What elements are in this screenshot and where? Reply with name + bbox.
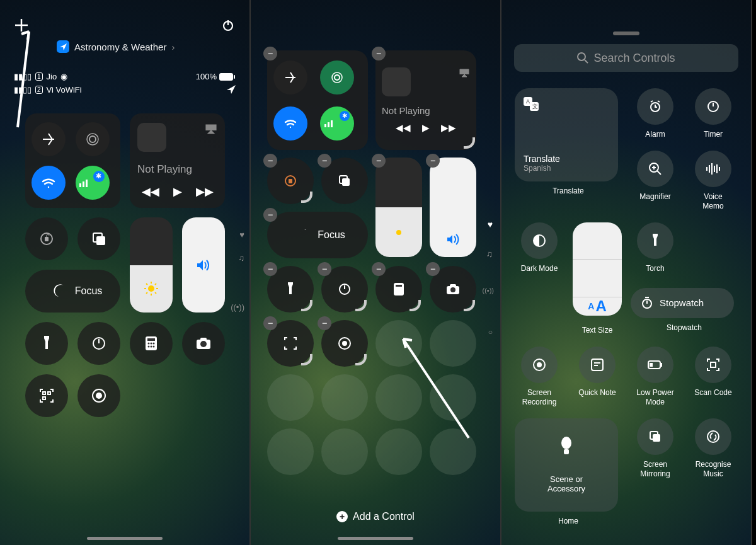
remove-icon[interactable]: −: [426, 154, 440, 168]
resize-handle[interactable]: [355, 300, 367, 311]
media-status-label: Not Playing: [137, 163, 192, 176]
airplane-toggle[interactable]: [273, 60, 307, 95]
remove-icon[interactable]: −: [263, 154, 277, 168]
brightness-slider[interactable]: −: [375, 158, 422, 257]
play-icon[interactable]: ▶: [173, 185, 182, 198]
add-control-button[interactable]: + Add a Control: [251, 511, 500, 522]
alarm-control[interactable]: Alarm: [631, 88, 680, 139]
stopwatch-widget[interactable]: Stopwatch Stopwatch: [631, 288, 738, 336]
voice-memo-control[interactable]: Voice Memo: [689, 151, 738, 211]
resize-handle[interactable]: [464, 300, 475, 311]
torch-control[interactable]: Torch: [631, 222, 680, 277]
wifi-toggle[interactable]: [273, 106, 307, 141]
prev-icon[interactable]: ◀◀: [396, 122, 411, 134]
rotation-lock-toggle[interactable]: [25, 217, 68, 260]
power-icon[interactable]: [220, 18, 236, 33]
svg-point-41: [335, 75, 340, 80]
svg-point-42: [332, 72, 342, 83]
calculator-button[interactable]: [130, 322, 173, 365]
play-icon[interactable]: ▶: [422, 122, 430, 134]
search-input[interactable]: Search Controls: [514, 44, 738, 72]
quick-note-control[interactable]: Quick Note: [573, 347, 622, 407]
location-icon: [57, 40, 69, 53]
remove-icon[interactable]: −: [263, 47, 277, 60]
screen-mirror-toggle[interactable]: −: [321, 158, 368, 204]
screen-record-button[interactable]: −: [321, 320, 368, 367]
focus-button[interactable]: Focus: [25, 270, 120, 313]
translate-title: Translate: [524, 154, 609, 164]
translate-widget[interactable]: A文 Translate Spanish Translate: [515, 88, 622, 211]
svg-text:A: A: [526, 98, 530, 105]
dark-mode-control[interactable]: Dark Mode: [515, 222, 564, 277]
empty-slot[interactable]: [267, 428, 314, 475]
screen-recording-control[interactable]: Screen Recording: [515, 347, 564, 407]
empty-slot[interactable]: [321, 374, 368, 421]
sheet-drag-handle[interactable]: [613, 32, 639, 35]
cellular-bluetooth-toggle[interactable]: ✱: [320, 106, 354, 141]
media-tile[interactable]: Not Playing ◀◀ ▶ ▶▶: [130, 113, 225, 208]
remove-icon[interactable]: −: [318, 154, 331, 168]
volume-slider[interactable]: −: [430, 158, 476, 257]
timer-button[interactable]: [77, 322, 120, 365]
empty-slot[interactable]: [267, 374, 314, 421]
screen-mirror-toggle[interactable]: [77, 217, 120, 260]
cellular-bluetooth-toggle[interactable]: ✱: [76, 166, 110, 200]
timer-button[interactable]: −: [321, 266, 368, 313]
torch-button[interactable]: −: [267, 266, 314, 313]
home-indicator[interactable]: [87, 537, 163, 540]
airplane-toggle[interactable]: [32, 122, 66, 156]
svg-rect-94: [653, 434, 660, 442]
airplay-icon[interactable]: [459, 67, 470, 80]
resize-handle[interactable]: [464, 137, 475, 149]
resize-handle[interactable]: [410, 300, 421, 311]
remove-icon[interactable]: −: [372, 47, 386, 60]
text-size-control[interactable]: AAAA Text Size: [573, 222, 622, 335]
low-power-control[interactable]: Low Power Mode: [631, 347, 680, 407]
timer-control[interactable]: Timer: [689, 88, 738, 139]
qr-scan-button[interactable]: −: [267, 320, 314, 367]
recognise-music-control[interactable]: Recognise Music: [689, 418, 738, 479]
wifi-toggle[interactable]: [32, 166, 66, 200]
media-tile[interactable]: − Not Playing ◀◀▶▶▶: [375, 50, 476, 150]
screen-record-button[interactable]: [77, 374, 120, 417]
remove-icon[interactable]: −: [318, 262, 331, 276]
magnifier-control[interactable]: Magnifier: [631, 151, 680, 211]
remove-icon[interactable]: −: [372, 262, 386, 276]
airdrop-toggle[interactable]: [320, 60, 354, 95]
volume-slider[interactable]: [182, 217, 225, 313]
screen-mirroring-control[interactable]: Screen Mirroring: [631, 418, 680, 479]
resize-handle[interactable]: [301, 354, 312, 365]
torch-button[interactable]: [25, 322, 68, 365]
remove-icon[interactable]: −: [318, 316, 331, 330]
brightness-slider[interactable]: [130, 217, 173, 313]
remove-icon[interactable]: −: [372, 154, 386, 168]
resize-handle[interactable]: [355, 354, 367, 365]
prev-icon[interactable]: ◀◀: [142, 185, 159, 198]
calculator-button[interactable]: −: [375, 266, 422, 313]
resize-handle[interactable]: [301, 192, 312, 203]
home-indicator[interactable]: [338, 537, 413, 540]
focus-button[interactable]: −Focus: [267, 212, 368, 258]
airplay-icon[interactable]: [205, 123, 217, 137]
next-icon[interactable]: ▶▶: [441, 122, 456, 134]
connectivity-tile[interactable]: − ✱: [267, 50, 368, 150]
scan-code-control[interactable]: Scan Code: [689, 347, 738, 407]
breadcrumb[interactable]: Astronomy & Weather ›: [0, 40, 249, 53]
search-placeholder: Search Controls: [593, 52, 675, 65]
next-icon[interactable]: ▶▶: [196, 185, 214, 198]
home-widget[interactable]: Scene or Accessory Home: [515, 418, 622, 526]
remove-icon[interactable]: −: [263, 316, 277, 330]
resize-handle[interactable]: [301, 300, 312, 311]
remove-icon[interactable]: −: [263, 208, 277, 222]
svg-rect-92: [564, 449, 569, 454]
remove-icon[interactable]: −: [263, 262, 277, 276]
camera-button[interactable]: −: [430, 266, 476, 313]
rotation-lock-toggle[interactable]: −: [267, 158, 314, 204]
connectivity-tile[interactable]: ✱: [25, 113, 120, 208]
brightness-icon: [144, 282, 158, 295]
empty-slot[interactable]: [321, 428, 368, 475]
remove-icon[interactable]: −: [426, 262, 440, 276]
airdrop-toggle[interactable]: [76, 122, 110, 156]
qr-scan-button[interactable]: [25, 374, 68, 417]
camera-button[interactable]: [182, 322, 225, 365]
